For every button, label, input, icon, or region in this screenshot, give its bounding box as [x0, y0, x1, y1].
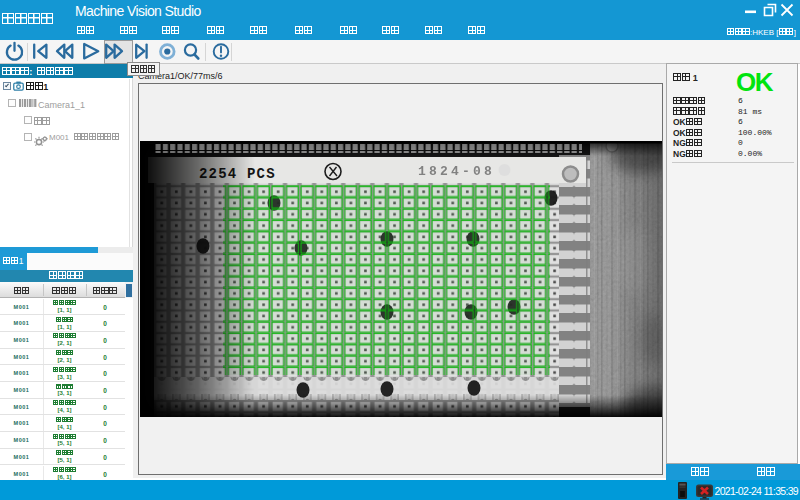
svg-text:1824-08: 1824-08 — [418, 164, 495, 179]
